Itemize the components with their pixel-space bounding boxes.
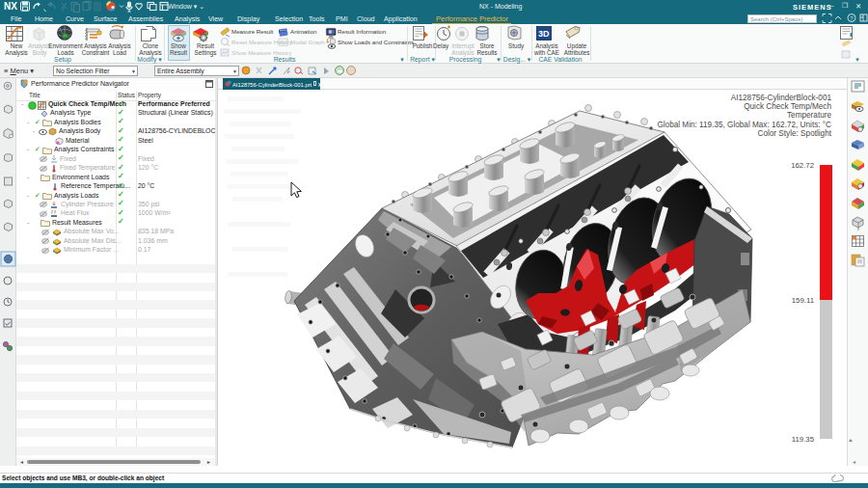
svg-text:?: ? [850,15,854,21]
svg-text:3D: 3D [538,29,550,39]
